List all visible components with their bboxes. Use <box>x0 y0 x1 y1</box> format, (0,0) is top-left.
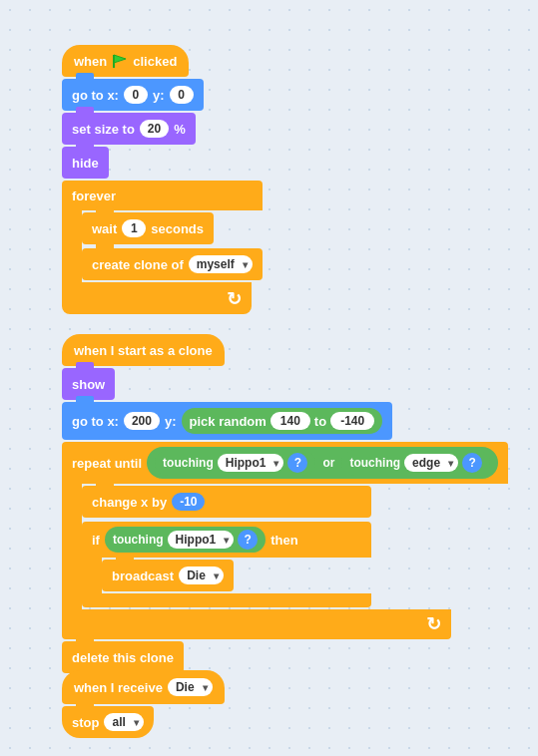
stop-label: stop <box>72 715 99 730</box>
touching-block1[interactable]: touching Hippo1 ? <box>155 450 315 476</box>
or-block[interactable]: touching Hippo1 ? or touching edge ? <box>147 447 498 479</box>
if-left-bar <box>82 558 102 593</box>
goto-label: go to x: <box>72 88 119 103</box>
goto-y-value[interactable]: 0 <box>170 86 194 104</box>
change-x-label: change x by <box>92 495 167 510</box>
to-label: to <box>314 414 326 429</box>
group3: when I receive Die stop all <box>62 670 225 738</box>
forever-block[interactable]: forever wait 1 seconds create clone of m… <box>62 181 263 314</box>
goto-clone-label: go to x: <box>72 414 119 429</box>
stop-all-dropdown[interactable]: all <box>104 713 143 731</box>
seconds-label: seconds <box>151 221 204 236</box>
loop-icon: ↻ <box>227 288 242 310</box>
when-clone-label: when I start as a clone <box>74 343 213 358</box>
receive-val-dropdown[interactable]: Die <box>168 678 213 696</box>
if-label: if <box>92 533 100 548</box>
when-label: when <box>74 54 107 69</box>
hippo1-dropdown[interactable]: Hippo1 <box>218 454 284 472</box>
when-receive-block[interactable]: when I receive Die <box>62 670 225 704</box>
touching1-label: touching <box>163 456 214 470</box>
goto-clone-block[interactable]: go to x: 200 y: pick random 140 to -140 <box>62 402 392 440</box>
forever-left-bar <box>62 210 82 282</box>
pct-label: % <box>174 122 186 137</box>
pick-random-block[interactable]: pick random 140 to -140 <box>182 408 383 434</box>
create-clone-label: create clone of <box>92 257 184 272</box>
repeat-loop-icon: ↻ <box>426 613 441 635</box>
if-touching-label: touching <box>113 533 164 547</box>
wait-value[interactable]: 1 <box>122 219 146 237</box>
repeat-until-body-row: change x by -10 if touching Hippo1 ? <box>62 484 508 609</box>
delete-clone-label: delete this clone <box>72 650 174 665</box>
group2: when I start as a clone show go to x: 20… <box>62 334 508 673</box>
goto-x-value[interactable]: 0 <box>124 86 148 104</box>
question2: ? <box>462 453 482 473</box>
if-question: ? <box>238 530 258 550</box>
goto-clone-y-label: y: <box>165 414 177 429</box>
edge-dropdown[interactable]: edge <box>404 454 458 472</box>
touching2-label: touching <box>349 456 400 470</box>
forever-bottom: ↻ <box>62 282 252 314</box>
random-to-value[interactable]: -140 <box>330 412 374 430</box>
repeat-until-left <box>62 484 82 609</box>
forever-inner: wait 1 seconds create clone of myself <box>82 210 263 282</box>
goto-clone-x[interactable]: 200 <box>124 412 160 430</box>
stop-block[interactable]: stop all <box>62 706 154 738</box>
broadcast-label: broadcast <box>112 568 174 583</box>
clone-target-dropdown[interactable]: myself <box>189 255 253 273</box>
die-dropdown[interactable]: Die <box>179 567 224 584</box>
flag-icon <box>112 53 128 69</box>
scratch-editor: when clicked go to x: 0 y: 0 set size to… <box>0 0 538 756</box>
forever-top: forever <box>62 181 263 210</box>
delete-clone-block[interactable]: delete this clone <box>62 641 184 673</box>
broadcast-block[interactable]: broadcast Die <box>102 560 234 591</box>
hide-label: hide <box>72 156 99 171</box>
change-x-block[interactable]: change x by -10 <box>82 486 371 518</box>
if-hippo-dropdown[interactable]: Hippo1 <box>168 531 235 549</box>
question1: ? <box>287 453 307 473</box>
hide-block[interactable]: hide <box>62 147 109 179</box>
if-bottom <box>82 593 371 607</box>
set-size-label: set size to <box>72 122 135 137</box>
if-inner: broadcast Die <box>102 558 234 593</box>
if-top[interactable]: if touching Hippo1 ? then <box>82 522 371 558</box>
repeat-until-inner: change x by -10 if touching Hippo1 ? <box>82 484 371 609</box>
group1: when clicked go to x: 0 y: 0 set size to… <box>62 45 263 314</box>
touching-block2[interactable]: touching edge ? <box>341 450 490 476</box>
wait-block[interactable]: wait 1 seconds <box>82 212 214 244</box>
then-label: then <box>270 533 297 548</box>
forever-label: forever <box>72 189 116 203</box>
random-from-value[interactable]: 140 <box>270 412 310 430</box>
repeat-until-wrapper: repeat until touching Hippo1 ? or touchi… <box>62 442 508 639</box>
repeat-until-bottom: ↻ <box>62 609 451 639</box>
create-clone-block[interactable]: create clone of myself <box>82 248 263 280</box>
forever-body: wait 1 seconds create clone of myself <box>62 210 263 282</box>
change-x-value[interactable]: -10 <box>172 493 205 511</box>
show-label: show <box>72 377 105 392</box>
size-value[interactable]: 20 <box>140 120 169 138</box>
pick-random-label: pick random <box>190 414 267 429</box>
clicked-label: clicked <box>133 54 177 69</box>
if-body: broadcast Die <box>82 558 371 593</box>
goto-y-label: y: <box>153 88 165 103</box>
if-block-wrapper: if touching Hippo1 ? then <box>82 522 371 607</box>
wait-label: wait <box>92 221 117 236</box>
when-receive-label: when I receive <box>74 680 163 695</box>
repeat-until-label: repeat until <box>72 456 142 471</box>
svg-marker-0 <box>114 55 126 63</box>
repeat-until-top[interactable]: repeat until touching Hippo1 ? or touchi… <box>62 442 508 484</box>
if-touching-block[interactable]: touching Hippo1 ? <box>105 527 266 553</box>
or-label: or <box>319 456 337 470</box>
